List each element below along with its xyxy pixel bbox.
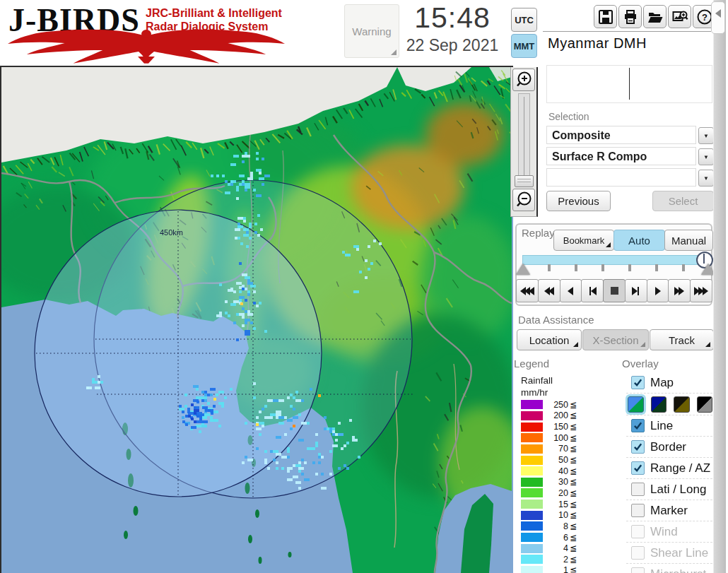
fast-forward-3-button[interactable]	[690, 279, 712, 302]
slider-tick	[655, 264, 658, 271]
overlay-item-lati-long: Lati / Long	[626, 479, 712, 500]
manual-button[interactable]: Manual	[664, 230, 713, 251]
legend-row: 1≦	[521, 565, 582, 573]
overlay-item-label: Map	[650, 376, 674, 390]
legend-row: 4≦	[521, 543, 582, 554]
legend-value: 4	[543, 543, 568, 553]
xsection-button[interactable]: X-Section	[582, 329, 649, 350]
dropdown-2-arrow-button[interactable]: ▼	[698, 148, 714, 165]
legend-label: Legend	[514, 358, 549, 370]
xsection-label: X-Section	[592, 334, 638, 346]
select-button[interactable]: Select	[652, 191, 714, 211]
bookmark-button[interactable]: Bookmark	[553, 230, 614, 251]
track-button[interactable]: Track	[650, 329, 714, 350]
legend-row: 150≦	[521, 421, 582, 432]
legend-value: 150	[543, 422, 568, 432]
overlay-item-marker: Marker	[626, 500, 712, 521]
save-button[interactable]	[594, 5, 617, 28]
legend-value: 200	[543, 410, 568, 420]
rainfall-label: Rainfall	[521, 375, 553, 386]
fast-forward-2-button[interactable]	[668, 279, 691, 302]
slider-tick	[601, 264, 604, 271]
unchecked-checkbox	[631, 525, 645, 538]
stop-icon	[611, 287, 618, 295]
panel-side-strip[interactable]	[713, 0, 726, 573]
checked-checkbox[interactable]	[631, 461, 645, 475]
overlay-item-label: Range / AZ	[650, 461, 710, 475]
legend-row: 200≦	[521, 410, 582, 422]
zoom-slider-handle[interactable]	[515, 175, 534, 187]
open-file-button[interactable]	[643, 5, 667, 28]
zoom-in-button[interactable]	[512, 69, 535, 91]
step-back-button[interactable]	[581, 279, 604, 302]
legend-row: 15≦	[521, 499, 582, 510]
overlay-item-map: Map	[626, 372, 712, 394]
overlay-item-line: Line	[626, 415, 712, 437]
site-title: Myanmar DMH	[548, 35, 647, 52]
map-style-swatch[interactable]	[674, 396, 690, 413]
utc-button[interactable]: UTC	[511, 8, 537, 32]
clock-time: 15:48	[396, 1, 509, 35]
play-reverse-button[interactable]	[560, 279, 582, 302]
selection-dropdown-2[interactable]: Surface R Compo	[546, 147, 696, 165]
zoom-out-button[interactable]	[512, 189, 535, 211]
print-button[interactable]	[618, 5, 642, 28]
dropdown-corner-icon	[573, 342, 578, 347]
legend-color-chip	[521, 511, 543, 520]
fast-rewind-3-button[interactable]	[516, 279, 539, 302]
play-button[interactable]	[647, 279, 669, 302]
replay-slider-track[interactable]	[522, 255, 705, 265]
legend-color-chip	[521, 433, 543, 442]
unchecked-checkbox	[631, 546, 645, 560]
legend-value: 70	[543, 444, 568, 454]
previous-button[interactable]: Previous	[546, 191, 611, 211]
range-label: 450km	[160, 228, 183, 237]
legend-lte-symbol: ≦	[570, 466, 577, 476]
checked-checkbox[interactable]	[631, 376, 645, 389]
jbirds-app: J-BIRDS JRC-Brilliant & Intelligent Rada…	[0, 0, 728, 573]
mmt-button[interactable]: MMT	[511, 34, 537, 58]
location-button[interactable]: Location	[517, 329, 582, 350]
collapse-panel-tab[interactable]	[711, 1, 725, 34]
overlay-item-wind: Wind	[626, 521, 712, 543]
eagle-logo-icon	[6, 27, 287, 64]
selection-dropdown-1[interactable]: Composite	[546, 126, 696, 144]
auto-button[interactable]: Auto	[613, 230, 665, 251]
capture-button[interactable]	[668, 5, 691, 28]
track-label: Track	[669, 334, 695, 346]
legend-value: 8	[543, 521, 568, 531]
dropdown-3-arrow-button[interactable]: ▼	[698, 170, 714, 187]
data-assistance-label: Data Assistance	[518, 314, 594, 326]
map-style-swatch[interactable]	[697, 396, 713, 413]
replay-slider-ticks	[522, 264, 703, 271]
legend-row: 20≦	[521, 488, 582, 499]
checked-checkbox[interactable]	[631, 419, 645, 432]
rainfall-legend: 250≦200≦150≦100≦70≦50≦40≦30≦20≦15≦10≦8≦6…	[521, 399, 582, 573]
panel-separator	[543, 31, 711, 32]
legend-value: 2	[543, 555, 568, 565]
selection-dropdown-3[interactable]	[546, 168, 696, 187]
radar-map[interactable]: 450km	[0, 66, 513, 573]
legend-lte-symbol: ≦	[570, 422, 577, 432]
unchecked-checkbox[interactable]	[631, 504, 645, 517]
dropdown-1-arrow-button[interactable]: ▼	[698, 127, 714, 144]
legend-color-chip	[521, 478, 543, 487]
fast-forward-3-icon	[703, 287, 708, 295]
legend-lte-symbol: ≦	[570, 521, 577, 531]
legend-lte-symbol: ≦	[570, 565, 577, 573]
transport-controls	[517, 279, 712, 302]
checked-checkbox[interactable]	[631, 440, 645, 454]
legend-lte-symbol: ≦	[570, 510, 577, 520]
stop-button[interactable]	[603, 279, 626, 302]
dropdown-corner-icon	[606, 242, 611, 247]
step-forward-button[interactable]	[625, 279, 647, 302]
fast-rewind-2-button[interactable]	[538, 279, 560, 302]
unchecked-checkbox[interactable]	[631, 483, 645, 496]
overlay-item-microburst: Microburst	[626, 564, 712, 573]
warning-label: Warning	[352, 25, 391, 37]
legend-row: 6≦	[521, 532, 582, 543]
zoom-slider-track[interactable]	[518, 93, 530, 187]
play-reverse-icon	[568, 287, 573, 295]
map-style-swatch-selected[interactable]	[628, 396, 644, 413]
map-style-swatch[interactable]	[651, 396, 667, 413]
